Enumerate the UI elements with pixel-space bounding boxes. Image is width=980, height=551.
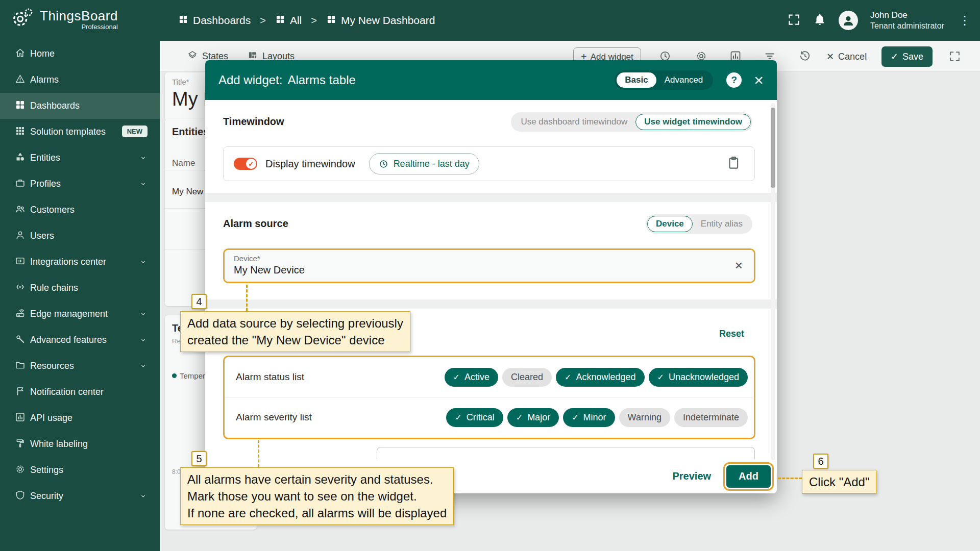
sidebar-item-label: Security bbox=[30, 491, 63, 502]
alarm-source-heading: Alarm source bbox=[223, 218, 288, 230]
breadcrumb-label: My New Dashboard bbox=[341, 14, 435, 27]
preview-link[interactable]: Preview bbox=[673, 470, 712, 482]
sidebar-item-alarms[interactable]: Alarms bbox=[0, 67, 160, 93]
sidebar-item-label: API usage bbox=[30, 413, 72, 423]
chevron-down-icon bbox=[139, 336, 148, 346]
realtime-timewindow-button[interactable]: Realtime - last day bbox=[369, 153, 479, 174]
expand-fullscreen-icon[interactable] bbox=[948, 50, 961, 62]
chip-minor[interactable]: ✓Minor bbox=[563, 408, 615, 427]
chip-label: Unacknowledged bbox=[669, 372, 739, 383]
breadcrumb-label: All bbox=[290, 14, 302, 27]
device-field[interactable]: Device* My New Device × bbox=[225, 250, 754, 282]
sidebar-item-profiles[interactable]: Profiles bbox=[0, 171, 160, 197]
device-field-label: Device* bbox=[234, 254, 742, 263]
chip-warning[interactable]: Warning bbox=[619, 408, 670, 427]
sidebar-item-dashboards[interactable]: Dashboards bbox=[0, 93, 160, 119]
sidebar-item-rule-chains[interactable]: Rule chains bbox=[0, 275, 160, 301]
sidebar-item-settings[interactable]: Settings bbox=[0, 457, 160, 483]
sidebar-item-integrations-center[interactable]: Integrations center bbox=[0, 249, 160, 275]
scrollbar-thumb[interactable] bbox=[771, 108, 775, 188]
chip-acknowledged[interactable]: ✓Acknowledged bbox=[556, 368, 645, 387]
chip-label: Minor bbox=[583, 412, 606, 423]
sidebar-item-home[interactable]: Home bbox=[0, 41, 160, 67]
sidebar-item-label: Entities bbox=[30, 153, 60, 163]
sidebar-item-label: Users bbox=[30, 231, 54, 241]
sidebar-item-advanced-features[interactable]: Advanced features bbox=[0, 327, 160, 353]
advanced-mode-button[interactable]: Advanced bbox=[656, 72, 712, 88]
add-button[interactable]: Add bbox=[726, 465, 771, 488]
user-avatar[interactable] bbox=[839, 11, 858, 30]
use-dashboard-timewindow-button[interactable]: Use dashboard timewindow bbox=[512, 114, 635, 130]
alarm-source-toggle: Device Entity alias bbox=[646, 214, 752, 234]
timewindow-style-clipboard-icon[interactable] bbox=[726, 155, 741, 172]
sidebar-item-white-labeling[interactable]: White labeling bbox=[0, 431, 160, 457]
sidebar-item-security[interactable]: Security bbox=[0, 483, 160, 509]
sidebar-item-label: Profiles bbox=[30, 179, 61, 189]
step5-callout: All alarms have certain severity and sta… bbox=[180, 467, 454, 525]
dialog-header: Add widget: Alarms table Basic Advanced … bbox=[205, 60, 777, 100]
check-icon: ✓ bbox=[657, 372, 664, 382]
basic-advanced-toggle: Basic Advanced bbox=[615, 70, 713, 90]
chip-active[interactable]: ✓Active bbox=[445, 368, 498, 387]
basic-mode-button[interactable]: Basic bbox=[617, 72, 656, 88]
sidebar-item-users[interactable]: Users bbox=[0, 223, 160, 249]
display-timewindow-label: Display timewindow bbox=[265, 158, 355, 170]
logo-title: ThingsBoard bbox=[40, 8, 118, 24]
sidebar-item-label: Home bbox=[30, 48, 55, 59]
alarm-filter-lists-highlight: Alarm status list ✓Active Cleared ✓Ackno… bbox=[223, 356, 755, 439]
alarm-severity-row: Alarm severity list ✓Critical ✓Major ✓Mi… bbox=[225, 397, 754, 437]
clear-device-icon[interactable]: × bbox=[735, 259, 743, 272]
save-button[interactable]: ✓ Save bbox=[881, 46, 933, 67]
version-history-icon[interactable] bbox=[799, 50, 811, 62]
step5-connector bbox=[258, 440, 259, 467]
chip-major[interactable]: ✓Major bbox=[507, 408, 559, 427]
use-widget-timewindow-button[interactable]: Use widget timewindow bbox=[635, 114, 751, 130]
close-x-icon: ✕ bbox=[826, 51, 834, 62]
sidebar-item-label: Solution templates bbox=[30, 127, 106, 137]
breadcrumb-current[interactable]: My New Dashboard bbox=[326, 14, 435, 27]
folder-icon bbox=[15, 360, 26, 372]
sidebar-item-entities[interactable]: Entities bbox=[0, 145, 160, 171]
sidebar-item-label: Dashboards bbox=[30, 101, 80, 111]
thingsboard-logo[interactable]: ThingsBoard Professional bbox=[10, 6, 118, 33]
sidebar-item-label: Settings bbox=[30, 465, 63, 475]
chip-cleared[interactable]: Cleared bbox=[502, 368, 552, 387]
sidebar-item-resources[interactable]: Resources bbox=[0, 353, 160, 379]
sidebar-item-notification-center[interactable]: Notification center bbox=[0, 379, 160, 405]
chevron-down-icon bbox=[139, 492, 148, 503]
home-icon bbox=[15, 47, 26, 60]
display-timewindow-toggle[interactable]: ✓ bbox=[234, 158, 257, 170]
cancel-button[interactable]: ✕ Cancel bbox=[820, 46, 873, 67]
sidebar-item-customers[interactable]: Customers bbox=[0, 197, 160, 223]
sidebar-item-label: White labeling bbox=[30, 439, 88, 449]
dashboards-grid-icon bbox=[178, 14, 188, 27]
breadcrumb-dashboards[interactable]: Dashboards bbox=[178, 14, 251, 27]
close-icon[interactable]: × bbox=[754, 72, 764, 88]
sidebar-item-solution-templates[interactable]: Solution templates NEW bbox=[0, 119, 160, 145]
chip-unacknowledged[interactable]: ✓Unacknowledged bbox=[649, 368, 748, 387]
briefcase-icon bbox=[15, 178, 26, 190]
thingsboard-logo-icon bbox=[10, 6, 35, 33]
fullscreen-icon[interactable] bbox=[787, 13, 801, 29]
add-widget-dialog: Add widget: Alarms table Basic Advanced … bbox=[205, 60, 777, 493]
chevron-down-icon bbox=[139, 310, 148, 320]
breadcrumb-all[interactable]: All bbox=[275, 14, 302, 27]
dialog-scrollbar[interactable] bbox=[771, 103, 775, 460]
sidebar-item-edge-management[interactable]: Edge management bbox=[0, 301, 160, 327]
chip-indeterminate[interactable]: Indeterminate bbox=[674, 408, 748, 427]
sidebar-item-api-usage[interactable]: API usage bbox=[0, 405, 160, 431]
top-header: ThingsBoard Professional Dashboards > Al… bbox=[0, 0, 980, 41]
more-menu-icon[interactable]: ⋮ bbox=[957, 13, 973, 28]
check-icon: ✓ bbox=[891, 51, 898, 62]
notifications-bell-icon[interactable] bbox=[813, 13, 826, 28]
alarm-source-section: Alarm source Device Entity alias Device*… bbox=[205, 202, 777, 299]
chip-critical[interactable]: ✓Critical bbox=[446, 408, 503, 427]
reset-link[interactable]: Reset bbox=[719, 329, 744, 339]
device-source-button[interactable]: Device bbox=[647, 216, 693, 232]
entity-alias-source-button[interactable]: Entity alias bbox=[693, 216, 751, 232]
step6-callout: Click "Add" bbox=[802, 470, 876, 494]
chip-label: Critical bbox=[467, 412, 495, 423]
help-icon[interactable]: ? bbox=[726, 72, 742, 88]
dashboards-grid-icon bbox=[275, 14, 285, 27]
partial-next-field bbox=[377, 447, 755, 459]
